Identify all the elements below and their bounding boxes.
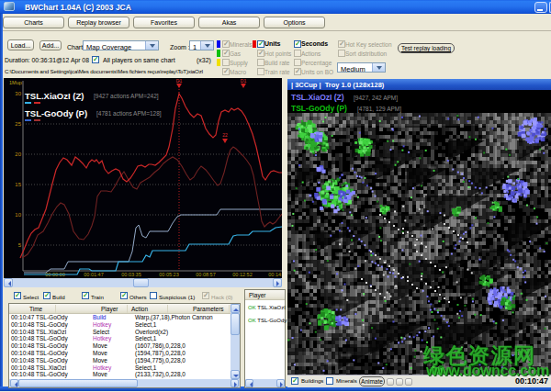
svg-text:TSL.XiaOzI (Z): TSL.XiaOzI (Z): [25, 91, 84, 101]
svg-text:00:08:57: 00:08:57: [196, 272, 215, 277]
svg-text:1Mup: 1Mup: [9, 80, 22, 85]
svg-text:[4781 actions APM=128]: [4781 actions APM=128]: [96, 110, 162, 118]
svg-text:D1: D1: [241, 78, 247, 84]
svg-text:5: 5: [18, 242, 22, 248]
svg-text:00:03:35: 00:03:35: [121, 272, 141, 277]
svg-text:25: 25: [15, 121, 21, 127]
svg-text:TSL-GoOdy (P): TSL-GoOdy (P): [25, 108, 87, 118]
svg-text:00:05:23: 00:05:23: [159, 272, 178, 277]
svg-text:D1: D1: [176, 78, 183, 84]
svg-text:20: 20: [15, 151, 21, 157]
svg-text:10: 10: [15, 212, 21, 218]
svg-text:00:01:47: 00:01:47: [84, 272, 103, 277]
svg-text:30: 30: [15, 91, 21, 96]
svg-text:15: 15: [15, 182, 21, 187]
svg-text:[9427 actions APM=242]: [9427 actions APM=242]: [94, 93, 159, 100]
svg-text:00:12:52: 00:12:52: [232, 272, 252, 277]
svg-text:22: 22: [222, 132, 228, 138]
svg-text:00:14:20: 00:14:20: [268, 272, 282, 277]
